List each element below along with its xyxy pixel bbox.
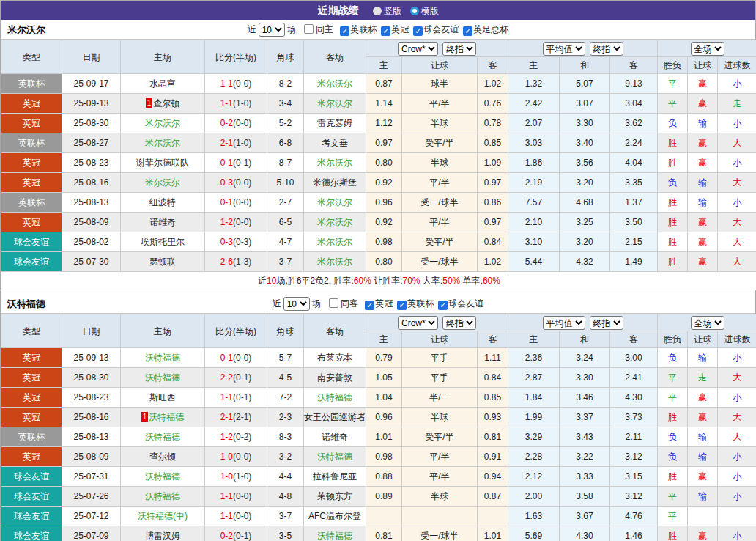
scope-select[interactable]: 全场 [691, 316, 724, 330]
crow-home-odds: 0.98 [366, 447, 402, 467]
away-team: 沃特福德 [304, 447, 366, 467]
league-checkbox[interactable]: ✓ [397, 301, 407, 310]
result-handicap: 赢 [688, 388, 718, 408]
away-team: 诺维奇 [304, 427, 366, 447]
final-odds-select[interactable]: 终指 [442, 42, 476, 56]
result-handicap: 输 [688, 447, 718, 467]
match-date: 25-08-23 [62, 153, 121, 173]
avg-draw-odds: 3.43 [560, 427, 610, 447]
horizontal-layout-radio[interactable] [410, 7, 419, 15]
avg-draw-odds: 5.07 [560, 74, 610, 94]
matches-label: 场 [312, 298, 321, 309]
home-team: 米尔沃尔 [121, 133, 205, 153]
type-badge: 英联杯 [1, 74, 62, 94]
scope-select[interactable]: 全场 [691, 42, 724, 56]
results-table: 类型 日期 主场 比分(半场) 角球 客场 Crow*终指 平均值终指 全场 [1, 314, 756, 541]
away-team: 米尔沃尔 [304, 232, 366, 252]
avg-draw-odds: 3.40 [560, 133, 610, 153]
corner-score: 4-8 [267, 487, 304, 507]
league-checkbox[interactable]: ✓ [463, 26, 472, 36]
match-count-select[interactable]: 10 [284, 297, 310, 311]
corner-score: 2-3 [267, 408, 304, 427]
match-date: 25-09-17 [62, 74, 121, 94]
away-team: 沃特福德 [304, 388, 366, 408]
league-checkbox-label: 英联杯 [350, 24, 377, 34]
column-header-date: 日期 [62, 314, 121, 348]
avg-away-odds: 2.24 [610, 133, 658, 153]
result-handicap: 赢 [688, 94, 718, 114]
home-team: 埃斯托里尔 [121, 232, 205, 252]
result-handicap: 走 [688, 368, 718, 388]
result-wdl: 负 [658, 348, 688, 368]
avg-draw-odds: 4.68 [560, 193, 610, 213]
league-checkbox[interactable]: ✓ [365, 301, 374, 310]
result-handicap: 赢 [688, 467, 718, 487]
crow-handicap: 受一/球半 [402, 526, 478, 541]
result-goals: 大 [718, 133, 756, 153]
match-count-select[interactable]: 10 [259, 23, 285, 37]
final-odds-select-2[interactable]: 终指 [590, 42, 623, 56]
avg-home-odds: 1.84 [508, 388, 560, 408]
league-checkbox[interactable]: ✓ [413, 26, 423, 36]
match-row: 英联杯25-08-13纽波特0-1(0-0)2-7米尔沃尔0.96受一/球半0.… [1, 193, 756, 213]
subheader-result-goals: 进球数 [718, 57, 756, 74]
horizontal-layout-label: 横版 [421, 6, 439, 16]
avg-odds-select[interactable]: 平均值 [543, 316, 585, 330]
subheader-avg-draw: 和 [560, 57, 610, 74]
avg-home-odds: 5.69 [508, 526, 560, 541]
league-checkbox[interactable]: ✓ [381, 26, 390, 36]
subheader-avg-home: 主 [508, 331, 560, 348]
crow-home-odds: 0.97 [366, 133, 402, 153]
same-venue-checkbox[interactable] [329, 298, 338, 308]
odds-source-select[interactable]: Crow* [398, 316, 438, 330]
final-odds-select-2[interactable]: 终指 [590, 316, 623, 330]
match-row: 英联杯25-09-17水晶宫1-1(0-0)8-2米尔沃尔0.87球半1.021… [1, 74, 756, 94]
same-venue-checkbox[interactable] [304, 24, 314, 34]
result-handicap: 赢 [688, 526, 718, 541]
final-odds-select[interactable]: 终指 [442, 316, 476, 330]
crow-home-odds: 0.96 [366, 193, 402, 213]
home-team: 1查尔顿 [121, 94, 205, 114]
league-checkbox[interactable]: ✓ [438, 301, 448, 310]
result-wdl: 胜 [658, 467, 688, 487]
match-row: 英冠25-09-131查尔顿1-1(1-0)3-4米尔沃尔1.14平/半0.76… [1, 94, 756, 114]
league-checkbox[interactable]: ✓ [340, 26, 349, 36]
vertical-layout-radio[interactable] [373, 7, 382, 15]
match-row: 球会友谊25-07-26沃特福德1-1(0-0)4-8莱顿东方0.89半球0.8… [1, 487, 756, 507]
score: 0-1(0-0) [205, 193, 267, 213]
avg-home-odds: 7.57 [508, 193, 560, 213]
avg-home-odds: 3.03 [508, 133, 560, 153]
league-checkbox-label: 球会友谊 [423, 24, 459, 34]
avg-odds-select[interactable]: 平均值 [543, 42, 585, 56]
result-handicap: 赢 [688, 153, 718, 173]
corner-score: 5-10 [267, 173, 304, 193]
away-team: 米尔沃尔 [304, 213, 366, 232]
score: 2-6(1-3) [205, 252, 267, 272]
crow-handicap: 平/半 [402, 467, 478, 487]
result-wdl: 胜 [658, 408, 688, 427]
column-header-date: 日期 [62, 40, 121, 74]
odds-source-select[interactable]: Crow* [398, 42, 438, 56]
crow-home-odds: 0.81 [366, 526, 402, 541]
match-date: 25-07-12 [62, 507, 121, 526]
same-venue-label: 同主 [316, 24, 333, 34]
match-row: 球会友谊25-07-31沃特福德1-0(1-0)4-4拉科鲁尼亚0.88平/半0… [1, 467, 756, 487]
crow-handicap: 平/半 [402, 94, 478, 114]
home-team: 米尔沃尔 [121, 173, 205, 193]
result-goals: 小 [718, 526, 756, 541]
crow-away-odds: 0.81 [478, 427, 508, 447]
crow-away-odds: 0.78 [478, 114, 508, 133]
subheader-avg-home: 主 [508, 57, 560, 74]
subheader-result-wdl: 胜负 [658, 331, 688, 348]
avg-home-odds: 1.99 [508, 408, 560, 427]
odds-source-cell: Crow*终指 [366, 40, 508, 57]
home-team: 沃特福德 [121, 487, 205, 507]
avg-away-odds: 3.73 [610, 408, 658, 427]
result-handicap: 赢 [688, 232, 718, 252]
result-goals: 小 [718, 153, 756, 173]
result-goals: 小 [718, 114, 756, 133]
type-badge: 球会友谊 [1, 526, 62, 541]
result-wdl: 平 [658, 507, 688, 526]
odds-source-cell: Crow*终指 [366, 314, 508, 331]
avg-home-odds: 2.00 [508, 487, 560, 507]
